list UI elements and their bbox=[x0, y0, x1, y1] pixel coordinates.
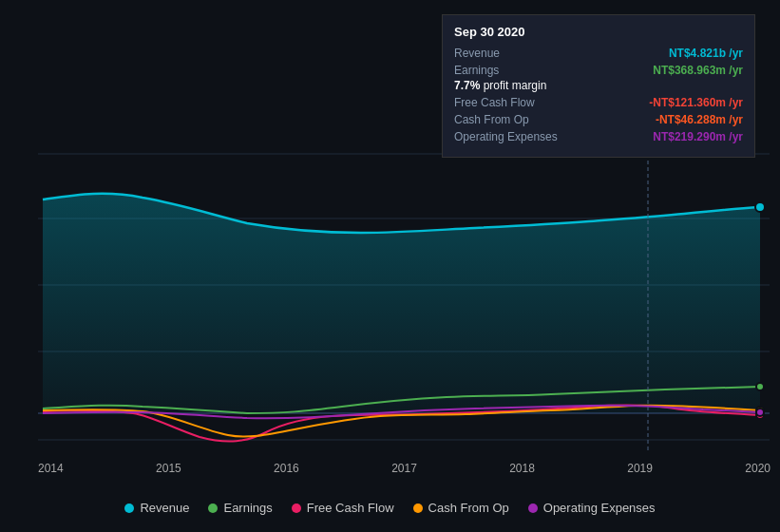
legend-dot-fcf bbox=[292, 504, 301, 513]
legend-dot-opex bbox=[528, 504, 538, 513]
tooltip-row-opex: Operating Expenses NT$219.290m /yr bbox=[454, 130, 743, 143]
tooltip-label-opex: Operating Expenses bbox=[454, 130, 558, 143]
legend-item-fcf[interactable]: Free Cash Flow bbox=[292, 501, 394, 515]
x-label-2016: 2016 bbox=[274, 462, 299, 475]
tooltip-title: Sep 30 2020 bbox=[454, 25, 743, 39]
legend-dot-earnings bbox=[208, 504, 218, 513]
tooltip-label-fcf: Free Cash Flow bbox=[454, 96, 535, 109]
x-label-2015: 2015 bbox=[156, 462, 181, 475]
tooltip-label-cfo: Cash From Op bbox=[454, 113, 529, 126]
svg-point-12 bbox=[756, 408, 764, 416]
legend-label-fcf: Free Cash Flow bbox=[307, 501, 394, 515]
legend-label-revenue: Revenue bbox=[140, 501, 189, 515]
x-label-2019: 2019 bbox=[627, 462, 653, 475]
tooltip-value-fcf: -NT$121.360m /yr bbox=[649, 96, 743, 109]
tooltip-label-revenue: Revenue bbox=[454, 47, 500, 60]
legend-label-opex: Operating Expenses bbox=[543, 501, 656, 515]
x-label-2018: 2018 bbox=[509, 462, 535, 475]
x-label-2020: 2020 bbox=[745, 462, 770, 475]
legend-item-opex[interactable]: Operating Expenses bbox=[528, 501, 656, 515]
legend-label-cfo: Cash From Op bbox=[428, 501, 509, 515]
tooltip-value-revenue: NT$4.821b /yr bbox=[669, 47, 743, 60]
legend-label-earnings: Earnings bbox=[223, 501, 272, 515]
tooltip-label-earnings: Earnings bbox=[454, 64, 499, 77]
legend-item-revenue[interactable]: Revenue bbox=[124, 501, 189, 515]
legend: Revenue Earnings Free Cash Flow Cash Fro… bbox=[0, 501, 780, 515]
tooltip-value-earnings: NT$368.963m /yr bbox=[653, 64, 743, 77]
tooltip-value-cfo: -NT$46.288m /yr bbox=[656, 113, 743, 126]
x-label-2014: 2014 bbox=[38, 462, 64, 475]
tooltip-row-earnings: Earnings NT$368.963m /yr bbox=[454, 64, 743, 77]
svg-point-8 bbox=[755, 202, 765, 212]
legend-item-cfo[interactable]: Cash From Op bbox=[413, 501, 509, 515]
chart-container: Sep 30 2020 Revenue NT$4.821b /yr Earnin… bbox=[0, 0, 780, 532]
tooltip-row-fcf: Free Cash Flow -NT$121.360m /yr bbox=[454, 96, 743, 109]
x-axis: 2014 2015 2016 2017 2018 2019 2020 bbox=[38, 462, 770, 475]
x-label-2017: 2017 bbox=[391, 462, 417, 475]
legend-dot-cfo bbox=[413, 504, 423, 513]
svg-point-9 bbox=[756, 383, 764, 390]
tooltip-row-revenue: Revenue NT$4.821b /yr bbox=[454, 47, 743, 60]
tooltip-value-opex: NT$219.290m /yr bbox=[653, 130, 743, 143]
tooltip-box: Sep 30 2020 Revenue NT$4.821b /yr Earnin… bbox=[442, 14, 755, 158]
profit-margin: 7.7% profit margin bbox=[454, 79, 743, 92]
legend-dot-revenue bbox=[124, 504, 134, 513]
tooltip-row-cfo: Cash From Op -NT$46.288m /yr bbox=[454, 113, 743, 126]
legend-item-earnings[interactable]: Earnings bbox=[208, 501, 272, 515]
